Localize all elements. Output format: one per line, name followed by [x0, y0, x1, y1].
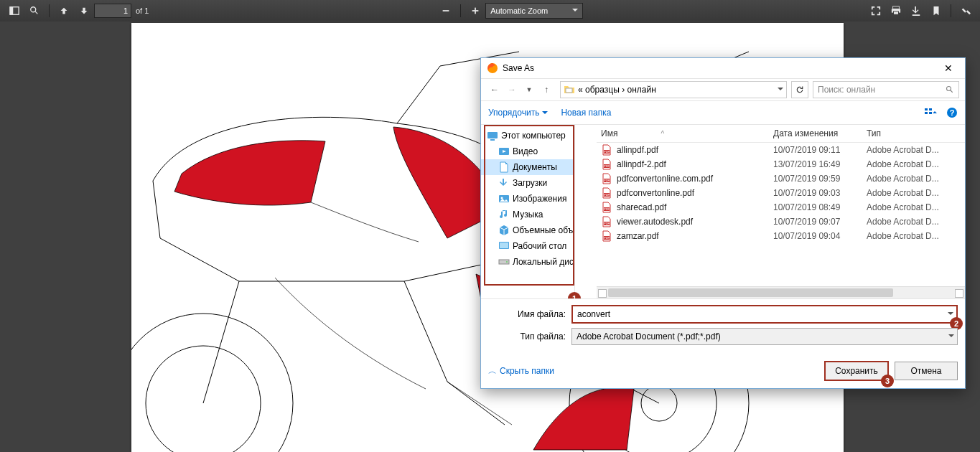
- command-row: Упорядочить Новая папка ?: [481, 100, 965, 125]
- hide-folders[interactable]: ︿Скрыть папки: [488, 365, 554, 377]
- file-row[interactable]: PDFviewer.autodesk.pdf10/07/2019 09:07Ad…: [597, 215, 965, 229]
- tree-downloads[interactable]: Загрузки: [481, 175, 574, 191]
- tree-3d[interactable]: Объемные объ: [481, 222, 574, 238]
- page-total: of 1: [136, 6, 149, 15]
- tree-music[interactable]: Музыка: [481, 207, 574, 222]
- new-folder-button[interactable]: Новая папка: [561, 108, 611, 118]
- folder-tree: Этот компьютер Видео Документы Загрузки …: [481, 125, 575, 298]
- col-date[interactable]: Дата изменения: [773, 128, 867, 138]
- horizontal-scrollbar[interactable]: [597, 286, 965, 298]
- nav-up[interactable]: ↑: [538, 82, 554, 98]
- folder-icon: [564, 84, 575, 95]
- chevron-down-icon[interactable]: [948, 312, 953, 318]
- sidebar-toggle[interactable]: [6, 2, 23, 19]
- refresh-button[interactable]: [791, 81, 808, 98]
- file-row[interactable]: PDFpdfconvertonline.pdf10/07/2019 09:03A…: [597, 186, 965, 200]
- find-button[interactable]: [26, 2, 43, 19]
- chevron-down-icon[interactable]: [948, 334, 954, 340]
- zoom-out[interactable]: [437, 2, 454, 19]
- bookmark[interactable]: [928, 2, 945, 19]
- prev-page[interactable]: [55, 2, 73, 19]
- svg-text:PDF: PDF: [604, 164, 610, 168]
- nav-forward: →: [504, 82, 520, 98]
- svg-rect-7: [893, 6, 900, 9]
- tree-localdisk[interactable]: Локальный дис: [481, 254, 574, 270]
- tree-desktop[interactable]: Рабочий стол: [481, 238, 574, 254]
- svg-point-2: [31, 7, 36, 12]
- tools[interactable]: [957, 2, 974, 19]
- tree-pictures[interactable]: Изображения: [481, 191, 574, 207]
- search-input[interactable]: Поиск: онлайн: [813, 81, 959, 98]
- file-row[interactable]: PDFallinpdf-2.pdf13/07/2019 16:49Adobe A…: [597, 157, 965, 171]
- zoom-in[interactable]: [467, 2, 484, 19]
- save-button[interactable]: Сохранить 3: [824, 361, 889, 381]
- svg-rect-25: [490, 139, 495, 141]
- svg-point-14: [146, 346, 261, 452]
- nav-row: ← → ▼ ↑ « образцы › онлайн Поиск: онлайн: [481, 78, 965, 100]
- breadcrumb-1[interactable]: образцы: [585, 85, 620, 95]
- organize-button[interactable]: Упорядочить: [488, 108, 548, 118]
- next-page[interactable]: [75, 2, 93, 19]
- chevron-down-icon[interactable]: [778, 88, 783, 93]
- print[interactable]: [887, 2, 905, 19]
- filetype-select[interactable]: Adobe Acrobat Document (*.pdf;*.pdf): [571, 328, 958, 345]
- dialog-footer: ︿Скрыть папки Сохранить 3 Отмена: [481, 357, 965, 388]
- file-row[interactable]: PDFpdfconvertonline.com.pdf10/07/2019 09…: [597, 171, 965, 186]
- svg-text:PDF: PDF: [604, 150, 610, 154]
- svg-point-32: [506, 261, 508, 263]
- pdf-icon: PDF: [601, 187, 612, 199]
- pdf-icon: PDF: [601, 230, 612, 242]
- svg-line-17: [951, 90, 953, 93]
- breadcrumb-prefix: «: [578, 85, 583, 95]
- zoom-select[interactable]: Automatic Zoom: [485, 3, 583, 19]
- marker-3: 3: [881, 375, 894, 387]
- nav-back[interactable]: ←: [487, 82, 503, 98]
- file-row[interactable]: PDFzamzar.pdf10/07/2019 09:04Adobe Acrob…: [597, 229, 965, 243]
- svg-rect-6: [475, 8, 476, 14]
- firefox-icon: [487, 62, 498, 74]
- pdf-icon: PDF: [601, 144, 612, 156]
- address-bar[interactable]: « образцы › онлайн: [560, 81, 787, 98]
- save-fields: Имя файла: aconvert 2 Тип файла: Adobe A…: [481, 298, 965, 357]
- breadcrumb-2[interactable]: онлайн: [627, 85, 655, 95]
- svg-text:PDF: PDF: [604, 207, 610, 211]
- svg-point-13: [131, 314, 293, 452]
- tree-videos[interactable]: Видео: [481, 143, 574, 159]
- file-header: Имя^ Дата изменения Тип: [597, 125, 965, 143]
- file-row[interactable]: PDFsharecad.pdf10/07/2019 08:49Adobe Acr…: [597, 200, 965, 215]
- close-button[interactable]: ✕: [938, 60, 959, 76]
- file-row[interactable]: PDFallinpdf.pdf10/07/2019 09:11Adobe Acr…: [597, 143, 965, 157]
- search-placeholder: Поиск: онлайн: [818, 85, 875, 95]
- filetype-label: Тип файла:: [488, 331, 571, 342]
- svg-line-3: [35, 11, 38, 14]
- svg-text:PDF: PDF: [604, 193, 610, 197]
- svg-rect-1: [10, 7, 13, 15]
- nav-recent[interactable]: ▼: [521, 82, 537, 98]
- filename-label: Имя файла:: [488, 309, 571, 319]
- download[interactable]: [907, 2, 925, 19]
- svg-rect-21: [929, 112, 932, 114]
- file-list: Имя^ Дата изменения Тип PDFallinpdf.pdf1…: [575, 125, 965, 298]
- svg-text:PDF: PDF: [604, 236, 610, 240]
- tree-documents[interactable]: Документы: [481, 159, 574, 175]
- view-options[interactable]: [925, 108, 938, 118]
- breadcrumb-sep: ›: [622, 85, 625, 95]
- search-icon: [946, 85, 954, 94]
- cancel-button[interactable]: Отмена: [895, 362, 958, 380]
- svg-point-16: [947, 87, 951, 91]
- dialog-titlebar: Save As ✕: [481, 58, 965, 78]
- help-icon[interactable]: ?: [946, 107, 958, 118]
- col-name[interactable]: Имя^: [597, 128, 773, 138]
- svg-rect-18: [925, 108, 928, 110]
- save-as-dialog: Save As ✕ ← → ▼ ↑ « образцы › онлайн Пои…: [480, 57, 966, 389]
- col-type[interactable]: Тип: [867, 128, 965, 138]
- dialog-body: Этот компьютер Видео Документы Загрузки …: [481, 125, 965, 298]
- tree-this-pc[interactable]: Этот компьютер: [481, 128, 574, 143]
- svg-text:PDF: PDF: [604, 179, 610, 182]
- page-number-input[interactable]: [94, 4, 131, 18]
- svg-rect-20: [925, 112, 928, 114]
- fullscreen[interactable]: [867, 2, 885, 19]
- pdf-icon: PDF: [601, 216, 612, 227]
- pdf-icon: PDF: [601, 202, 612, 213]
- filename-input[interactable]: aconvert 2: [571, 305, 958, 324]
